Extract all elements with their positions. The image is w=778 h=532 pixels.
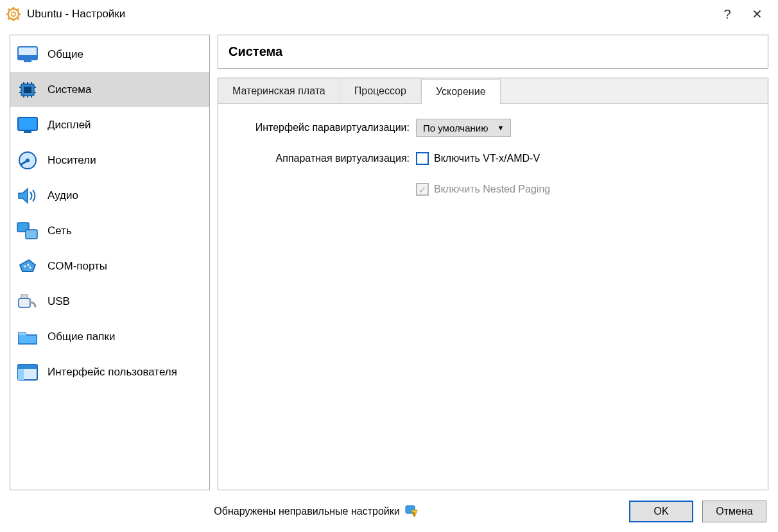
checkbox-vtx-label: Включить VT-x/AMD-V xyxy=(434,153,540,164)
folder-icon xyxy=(17,327,39,347)
sidebar-item-label: USB xyxy=(48,295,70,308)
sidebar-item-label: Сеть xyxy=(48,225,72,237)
sidebar-item-usb[interactable]: USB xyxy=(10,284,209,319)
disk-icon xyxy=(17,151,39,170)
checkbox-nested-paging: ✓ xyxy=(416,183,429,196)
warning-icon: ! xyxy=(405,505,418,518)
svg-rect-14 xyxy=(24,87,31,93)
sidebar-item-general[interactable]: Общие xyxy=(10,37,209,72)
checkmark-icon: ✓ xyxy=(419,185,427,194)
chevron-down-icon: ▼ xyxy=(497,124,504,132)
ok-button[interactable]: OK xyxy=(629,501,693,522)
label-paravirt: Интерфейс паравиртуализации: xyxy=(230,122,416,133)
sidebar-item-label: Общие папки xyxy=(48,330,115,343)
tabs-container: Материнская плата Процессор Ускорение Ин… xyxy=(218,78,768,490)
close-button[interactable]: ✕ xyxy=(742,6,772,22)
dialog-footer: Обнаружены неправильные настройки ! OK О… xyxy=(0,490,778,526)
footer-warning: Обнаружены неправильные настройки ! xyxy=(12,505,620,518)
svg-point-32 xyxy=(28,264,30,266)
help-button[interactable]: ? xyxy=(713,7,742,22)
svg-line-6 xyxy=(8,9,10,10)
window-title: Ubuntu - Настройки xyxy=(27,8,125,21)
svg-point-31 xyxy=(24,265,26,267)
svg-rect-38 xyxy=(18,369,24,380)
sidebar-item-label: Дисплей xyxy=(48,119,91,132)
row-hwvirt: Аппаратная виртуализация: Включить VT-x/… xyxy=(230,149,756,168)
main-panel: Система Материнская плата Процессор Уско… xyxy=(218,35,768,490)
svg-rect-35 xyxy=(19,298,30,307)
svg-point-1 xyxy=(12,12,15,16)
sidebar-item-label: Аудио xyxy=(48,189,78,202)
sidebar-item-ui[interactable]: Интерфейс пользователя xyxy=(10,354,209,390)
dropdown-paravirt[interactable]: По умолчанию ▼ xyxy=(416,119,511,137)
titlebar: Ubuntu - Настройки ? ✕ xyxy=(0,0,778,28)
svg-line-7 xyxy=(17,18,19,19)
sidebar-item-label: Общие xyxy=(48,48,83,61)
checkbox-vtx[interactable] xyxy=(416,152,429,165)
ui-layout-icon xyxy=(17,363,39,382)
label-hwvirt: Аппаратная виртуализация: xyxy=(230,153,416,164)
sidebar-item-label: Носители xyxy=(48,154,96,167)
settings-sidebar: Общие Система xyxy=(10,35,210,490)
chip-icon xyxy=(17,80,39,99)
svg-line-8 xyxy=(8,18,10,19)
svg-rect-30 xyxy=(26,230,37,239)
footer-warning-text: Обнаружены неправильные настройки xyxy=(214,506,399,517)
svg-line-9 xyxy=(17,9,19,10)
svg-rect-12 xyxy=(24,60,31,62)
row-nested: ✓ Включить Nested Paging xyxy=(230,180,756,199)
usb-icon xyxy=(17,292,39,311)
sidebar-item-label: Система xyxy=(48,83,91,96)
checkbox-nested-label: Включить Nested Paging xyxy=(434,184,550,195)
svg-text:!: ! xyxy=(413,511,415,517)
svg-rect-11 xyxy=(18,55,37,60)
section-heading: Система xyxy=(218,35,768,69)
sidebar-item-network[interactable]: Сеть xyxy=(10,213,209,248)
tab-acceleration[interactable]: Ускорение xyxy=(421,79,501,104)
network-icon xyxy=(17,221,39,241)
svg-rect-34 xyxy=(21,295,28,298)
speaker-icon xyxy=(17,186,39,205)
app-gear-icon xyxy=(6,7,21,21)
sidebar-item-display[interactable]: Дисплей xyxy=(10,107,209,142)
sidebar-item-storage[interactable]: Носители xyxy=(10,142,209,178)
sidebar-item-label: COM-порты xyxy=(48,260,107,273)
dropdown-value: По умолчанию xyxy=(423,123,488,133)
row-paravirt: Интерфейс паравиртуализации: По умолчани… xyxy=(230,118,756,137)
svg-rect-26 xyxy=(24,131,31,133)
sidebar-item-label: Интерфейс пользователя xyxy=(48,366,177,379)
content-area: Общие Система xyxy=(0,28,778,490)
tabs-bar: Материнская плата Процессор Ускорение xyxy=(218,78,768,104)
sidebar-item-shared-folders[interactable]: Общие папки xyxy=(10,319,209,354)
sidebar-item-system[interactable]: Система xyxy=(10,72,209,107)
sidebar-item-serial[interactable]: COM-порты xyxy=(10,248,209,284)
tab-content-acceleration: Интерфейс паравиртуализации: По умолчани… xyxy=(218,104,768,225)
sidebar-item-audio[interactable]: Аудио xyxy=(10,178,209,213)
general-icon xyxy=(17,45,39,64)
svg-rect-37 xyxy=(18,365,37,369)
serial-port-icon xyxy=(17,257,39,276)
tab-processor[interactable]: Процессор xyxy=(340,78,421,103)
tab-motherboard[interactable]: Материнская плата xyxy=(218,78,340,103)
svg-rect-25 xyxy=(18,117,37,130)
cancel-button[interactable]: Отмена xyxy=(702,501,766,522)
display-icon xyxy=(17,116,39,135)
svg-point-33 xyxy=(30,266,31,268)
